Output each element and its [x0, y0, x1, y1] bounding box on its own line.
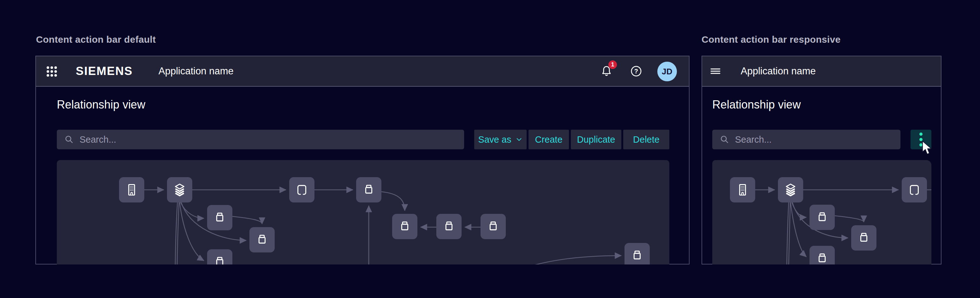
diagram-node-archive[interactable] [436, 214, 461, 239]
diagram-node-archive[interactable] [810, 246, 835, 264]
archive-icon [361, 183, 376, 197]
diagram-node-archive[interactable] [810, 205, 835, 230]
archive-icon [398, 219, 412, 234]
app-header: SIEMENS Application name 1 ? JD [36, 56, 689, 87]
chevron-down-icon [515, 136, 522, 143]
archive-icon [442, 219, 456, 234]
page-title: Relationship view [712, 98, 801, 111]
svg-text:?: ? [634, 68, 638, 75]
save-as-label: Save as [478, 135, 511, 145]
duplicate-button[interactable]: Duplicate [571, 130, 621, 149]
application-name: Application name [159, 56, 234, 86]
archive-icon [213, 255, 227, 264]
diagram-node-building[interactable] [730, 177, 755, 202]
mouse-cursor [921, 141, 934, 155]
help-button[interactable]: ? [630, 64, 643, 78]
diagram-node-frame[interactable] [902, 177, 927, 202]
diagram-node-building[interactable] [119, 177, 144, 202]
diagram-node-archive[interactable] [207, 205, 232, 230]
search-input[interactable] [75, 135, 464, 145]
archive-icon [630, 248, 644, 263]
content-action-bar-responsive-panel: Application name Relationship view [702, 56, 942, 264]
user-avatar[interactable]: JD [657, 62, 677, 81]
delete-button[interactable]: Delete [623, 130, 669, 149]
diagram-node-archive[interactable] [625, 243, 650, 264]
frame-icon [294, 183, 309, 197]
save-as-button[interactable]: Save as [474, 130, 527, 149]
archive-icon [255, 232, 269, 247]
create-button[interactable]: Create [528, 130, 569, 149]
diagram-node-archive[interactable] [851, 225, 877, 250]
diagram-node-archive[interactable] [207, 249, 232, 264]
diagram-edges [57, 160, 669, 264]
diagram-node-layers[interactable] [778, 177, 803, 202]
frame-icon [907, 183, 921, 197]
archive-icon [815, 251, 829, 264]
section-label-default: Content action bar default [36, 34, 156, 45]
app-launcher-icon [45, 65, 59, 78]
kebab-icon [920, 133, 923, 136]
diagram-node-archive[interactable] [480, 214, 506, 239]
search-input[interactable] [730, 135, 900, 145]
archive-icon [213, 210, 227, 225]
relationship-diagram-canvas [712, 160, 931, 264]
page-title: Relationship view [57, 98, 145, 111]
app-header: Application name [702, 56, 941, 87]
layers-icon [783, 183, 798, 197]
search-field [712, 130, 900, 149]
application-name: Application name [741, 56, 816, 86]
diagram-node-archive[interactable] [392, 214, 417, 239]
notification-badge: 1 [608, 61, 617, 69]
diagram-node-frame[interactable] [289, 177, 315, 202]
menu-button[interactable] [708, 64, 722, 78]
search-icon [719, 134, 730, 145]
search-icon [64, 134, 75, 145]
app-launcher-button[interactable] [45, 65, 59, 78]
archive-icon [486, 219, 500, 234]
archive-icon [815, 210, 829, 224]
siemens-logo: SIEMENS [76, 56, 133, 86]
diagram-node-archive[interactable] [356, 177, 382, 202]
hamburger-icon [708, 64, 722, 78]
relationship-diagram-canvas [57, 160, 669, 264]
building-icon [735, 183, 750, 197]
layers-icon [172, 183, 187, 197]
search-field [57, 130, 464, 149]
help-icon: ? [630, 64, 643, 78]
archive-icon [857, 231, 871, 245]
building-icon [124, 183, 139, 197]
content-action-bar-default-panel: SIEMENS Application name 1 ? JD Relation… [35, 56, 689, 264]
diagram-node-archive[interactable] [250, 227, 275, 252]
diagram-node-layers[interactable] [167, 177, 192, 202]
section-label-responsive: Content action bar responsive [702, 34, 840, 45]
